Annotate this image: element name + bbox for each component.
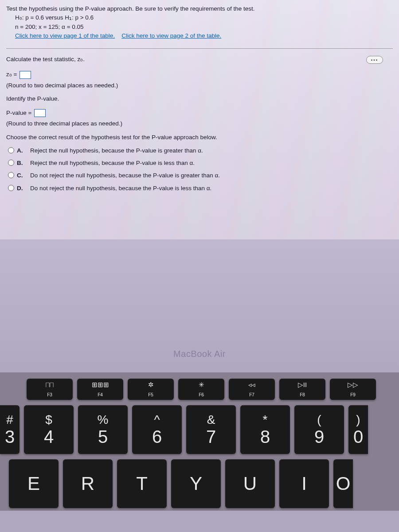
q1-prompt: Calculate the test statistic, z₀. — [6, 55, 393, 64]
z0-label: z₀ = — [6, 71, 17, 78]
laptop-bezel: MacBook Air — [0, 239, 399, 372]
f9-key-icon: ▷▷ — [348, 381, 358, 388]
key-r[interactable]: R — [63, 459, 113, 508]
f5-key[interactable]: ✲F5 — [128, 379, 174, 400]
key-e[interactable]: E — [9, 459, 59, 508]
option-c[interactable]: C. Do not reject the null hypothesis, be… — [8, 171, 393, 180]
key-o[interactable]: O — [333, 459, 353, 508]
divider — [6, 48, 393, 49]
key-i[interactable]: I — [279, 459, 329, 508]
key-7[interactable]: &7 — [186, 405, 236, 454]
option-a-letter: A. — [17, 146, 25, 155]
option-d-letter: D. — [17, 184, 25, 193]
z0-input[interactable] — [20, 71, 31, 79]
q1-hint: (Round to two decimal places as needed.) — [6, 81, 393, 90]
key-9-symbol: ( — [317, 414, 321, 426]
radio-a[interactable] — [8, 147, 14, 153]
option-a-text: Reject the null hypothesis, because the … — [30, 146, 203, 155]
function-key-row: ⨅⨅F3⊞⊞⊞F4✲F5✳F6◃◃F7▷IIF8▷▷F9 — [0, 376, 399, 403]
key-6-number: 6 — [152, 428, 162, 446]
q3-prompt: Choose the correct result of the hypothe… — [6, 133, 393, 142]
keyboard: ⨅⨅F3⊞⊞⊞F4✲F5✳F6◃◃F7▷IIF8▷▷F9 #3$4%5^6&7*… — [0, 372, 399, 511]
key-3[interactable]: #3 — [0, 405, 20, 454]
f7-key[interactable]: ◃◃F7 — [229, 379, 275, 400]
table-page2-link[interactable]: Click here to view page 2 of the table. — [121, 32, 221, 39]
key-0[interactable]: )0 — [348, 405, 368, 454]
q2-prompt: Identify the P-value. — [6, 94, 393, 103]
option-c-text: Do not reject the null hypothesis, becau… — [30, 171, 220, 180]
physical-device: MacBook Air ⨅⨅F3⊞⊞⊞F4✲F5✳F6◃◃F7▷IIF8▷▷F9… — [0, 239, 399, 532]
parameters: n = 200; x = 125; α = 0.05 — [15, 23, 393, 31]
f6-key-icon: ✳ — [199, 381, 204, 388]
more-button[interactable]: ••• — [366, 56, 383, 64]
key-8-symbol: * — [263, 414, 268, 426]
screen-content: Test the hypothesis using the P-value ap… — [0, 0, 399, 239]
radio-d[interactable] — [8, 185, 14, 191]
pvalue-input[interactable] — [34, 109, 46, 117]
key-4-symbol: $ — [45, 414, 52, 426]
option-d[interactable]: D. Do not reject the null hypothesis, be… — [8, 184, 393, 193]
f3-key-icon: ⨅⨅ — [46, 381, 54, 388]
key-u[interactable]: U — [225, 459, 275, 508]
f4-key[interactable]: ⊞⊞⊞F4 — [77, 379, 123, 400]
f9-key[interactable]: ▷▷F9 — [330, 379, 376, 400]
option-b[interactable]: B. Reject the null hypothesis, because t… — [8, 159, 393, 168]
q2-hint: (Round to three decimal places as needed… — [6, 119, 393, 128]
f8-key-icon: ▷II — [298, 381, 307, 388]
key-y[interactable]: Y — [171, 459, 221, 508]
key-9[interactable]: (9 — [294, 405, 344, 454]
key-8[interactable]: *8 — [240, 405, 290, 454]
ellipsis-icon: ••• — [371, 57, 379, 63]
key-4[interactable]: $4 — [24, 405, 74, 454]
key-6-symbol: ^ — [154, 414, 160, 426]
hypothesis-statement: H₀: p = 0.6 versus H₁: p > 0.6 — [15, 13, 393, 22]
key-7-symbol: & — [207, 414, 215, 426]
f8-key-label: F8 — [300, 392, 305, 397]
number-key-row: #3$4%5^6&7*8(9)0 — [0, 403, 399, 457]
f4-key-icon: ⊞⊞⊞ — [92, 381, 109, 388]
key-6[interactable]: ^6 — [132, 405, 182, 454]
f3-key-label: F3 — [47, 392, 52, 397]
f4-key-label: F4 — [98, 392, 103, 397]
device-label: MacBook Air — [173, 349, 226, 359]
key-0-symbol: ) — [356, 414, 360, 426]
radio-b[interactable] — [8, 160, 14, 166]
pvalue-label: P-value = — [6, 110, 31, 116]
letter-key-row: ERTYUIO — [0, 457, 399, 511]
option-d-text: Do not reject the null hypothesis, becau… — [30, 184, 211, 193]
f9-key-label: F9 — [350, 392, 356, 397]
f5-key-label: F5 — [148, 392, 153, 397]
f5-key-icon: ✲ — [148, 381, 154, 388]
table-page1-link[interactable]: Click here to view page 1 of the table. — [15, 32, 115, 39]
option-a[interactable]: A. Reject the null hypothesis, because t… — [8, 146, 393, 155]
f6-key[interactable]: ✳F6 — [178, 379, 224, 400]
key-5[interactable]: %5 — [78, 405, 128, 454]
radio-c[interactable] — [8, 172, 14, 178]
f3-key[interactable]: ⨅⨅F3 — [27, 379, 73, 400]
problem-intro: Test the hypothesis using the P-value ap… — [6, 4, 393, 13]
key-9-number: 9 — [314, 428, 324, 446]
option-b-letter: B. — [17, 159, 25, 168]
key-5-number: 5 — [98, 428, 108, 446]
key-8-number: 8 — [260, 428, 270, 446]
f8-key[interactable]: ▷IIF8 — [279, 379, 325, 400]
f7-key-icon: ◃◃ — [248, 381, 255, 388]
key-4-number: 4 — [44, 428, 54, 446]
key-7-number: 7 — [206, 428, 216, 446]
key-t[interactable]: T — [117, 459, 167, 508]
key-5-symbol: % — [98, 414, 109, 426]
option-c-letter: C. — [17, 171, 25, 180]
f6-key-label: F6 — [199, 392, 204, 397]
key-0-number: 0 — [353, 428, 363, 446]
option-b-text: Reject the null hypothesis, because the … — [30, 159, 195, 168]
f7-key-label: F7 — [249, 392, 254, 397]
